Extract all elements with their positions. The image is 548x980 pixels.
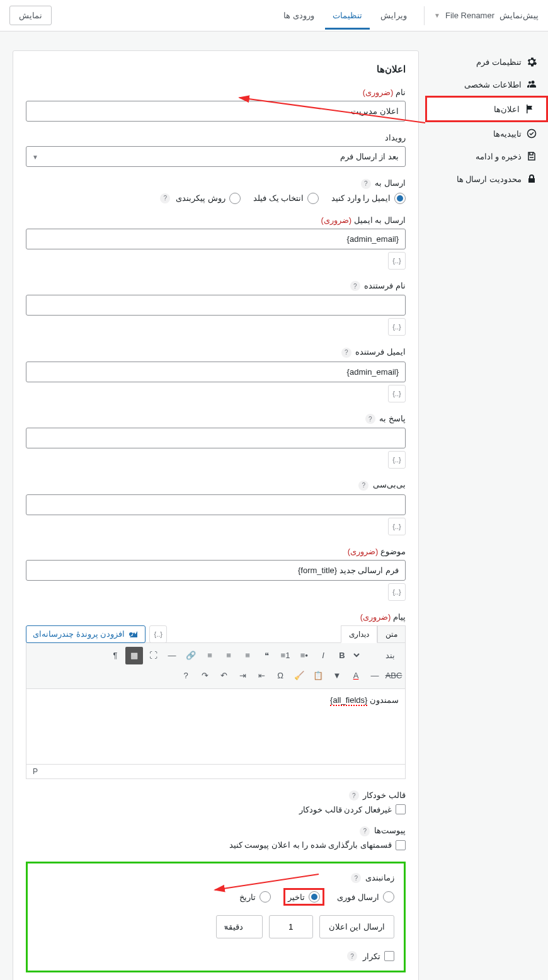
repeat-checkbox-row[interactable]: تکرار ?: [37, 951, 394, 961]
sidebar-item-personal-data[interactable]: اطلاعات شخصی: [425, 73, 548, 96]
auto-format-checkbox-row[interactable]: غیرفعال کردن قالب خودکار: [26, 804, 406, 814]
from-email-input[interactable]: [26, 362, 406, 382]
help-icon[interactable]: ?: [361, 179, 371, 189]
quote-icon[interactable]: ❝: [258, 647, 275, 664]
delay-value-input[interactable]: [269, 915, 313, 938]
bullets-icon[interactable]: ⦁≡: [295, 647, 313, 664]
help-icon[interactable]: ?: [358, 481, 368, 491]
radio-icon[interactable]: [307, 193, 319, 204]
radio-delay[interactable]: تاخیر: [288, 891, 320, 903]
align-right-icon[interactable]: ≡: [239, 647, 256, 664]
event-select[interactable]: ▼: [26, 146, 406, 167]
clear-icon[interactable]: 🧹: [290, 667, 308, 685]
editor-tab-visual[interactable]: دیداری: [341, 625, 377, 643]
help-toolbar-icon[interactable]: ?: [177, 667, 195, 685]
chevron-down-icon: ▼: [434, 12, 440, 19]
merge-tag-button[interactable]: {..}: [388, 385, 406, 402]
paragraph-icon[interactable]: ¶: [106, 647, 124, 664]
help-icon[interactable]: ?: [351, 873, 361, 883]
tab-settings[interactable]: تنظیمات: [325, 1, 370, 30]
bold-icon[interactable]: B: [333, 647, 351, 664]
checkbox[interactable]: [396, 804, 406, 814]
outdent-icon[interactable]: ⇤: [253, 667, 270, 685]
name-input[interactable]: [26, 101, 406, 122]
from-name-input[interactable]: [26, 295, 406, 316]
form-switcher[interactable]: پیش‌نمایش File Renamer ▼: [434, 11, 539, 20]
sidebar-item-notifications[interactable]: اعلان‌ها: [425, 96, 548, 122]
format-select[interactable]: بند: [352, 647, 402, 663]
merge-tag-button[interactable]: {..}: [388, 252, 406, 270]
align-center-icon[interactable]: ≡: [220, 647, 237, 664]
attachments-checkbox-row[interactable]: قسمتهای بارگذاری شده را به اعلان پیوست ک…: [26, 840, 406, 850]
top-bar: پیش‌نمایش File Renamer ▼ ویرایش تنظیمات …: [0, 0, 548, 31]
sidebar-item-submission-limit[interactable]: محدودیت ارسال ها: [425, 168, 548, 190]
add-media-button[interactable]: افزودن پروندهٔ چندرسانه‌ای: [26, 625, 146, 643]
text-color-arrow-icon[interactable]: ▼: [328, 667, 346, 685]
sidebar-label: تنظیمات فرم: [476, 57, 522, 67]
help-icon[interactable]: ?: [349, 790, 359, 801]
radio-icon[interactable]: [229, 193, 241, 204]
name-label: نام (ضروری): [26, 88, 406, 97]
sidebar-item-confirmations[interactable]: تاییدیه‌ها: [425, 122, 548, 145]
toolbar-toggle-icon[interactable]: ▦: [125, 647, 143, 664]
merge-tag-button[interactable]: {..}: [388, 318, 406, 336]
more-icon[interactable]: —: [163, 647, 181, 664]
radio-date[interactable]: تاریخ: [239, 891, 271, 903]
tab-entries[interactable]: ورودی ها: [276, 1, 322, 30]
text-color-icon[interactable]: A: [347, 667, 365, 685]
checkbox[interactable]: [396, 840, 406, 850]
scheduling-section: زمانبندی ? ارسال فوری تاخیر: [26, 862, 406, 973]
merge-tag-button[interactable]: {..}: [149, 625, 167, 643]
hr-icon[interactable]: —: [366, 667, 384, 685]
tab-edit[interactable]: ویرایش: [373, 1, 414, 30]
name-field: نام (ضروری): [26, 88, 406, 122]
undo-icon[interactable]: ↶: [215, 667, 232, 685]
help-icon[interactable]: ?: [347, 951, 357, 961]
align-left-icon[interactable]: ≡: [201, 647, 219, 664]
radio-routing[interactable]: روش پیکربندی ?: [160, 193, 241, 204]
reply-to-input[interactable]: [26, 428, 406, 448]
help-icon[interactable]: ?: [341, 348, 351, 358]
paste-icon[interactable]: 📋: [309, 667, 327, 685]
layout: تنظیمات فرم اطلاعات شخصی اعلان‌ها تاییدی…: [0, 31, 548, 980]
radio-icon[interactable]: [383, 891, 394, 903]
sidebar-item-form-settings[interactable]: تنظیمات فرم: [425, 50, 548, 73]
event-value[interactable]: [26, 146, 406, 167]
radio-field[interactable]: انتخاب یک فیلد: [253, 193, 319, 204]
merge-tag-button[interactable]: {..}: [388, 583, 406, 601]
radio-icon[interactable]: [260, 891, 271, 903]
help-icon[interactable]: ?: [160, 193, 170, 203]
editor-body[interactable]: {all_fields} سمندون: [26, 689, 406, 765]
radio-icon[interactable]: [309, 891, 320, 903]
radio-email[interactable]: ایمیل را وارد کنید: [331, 193, 406, 204]
top-bar-right: پیش‌نمایش File Renamer ▼ ویرایش تنظیمات …: [276, 1, 539, 30]
radio-icon[interactable]: [394, 193, 406, 204]
indent-icon[interactable]: ⇥: [234, 667, 251, 685]
strike-icon[interactable]: ABC: [385, 667, 402, 685]
editor-status-bar: P: [26, 765, 406, 779]
subject-input[interactable]: [26, 560, 406, 581]
merge-tag-button[interactable]: {..}: [388, 451, 406, 469]
display-button[interactable]: نمایش: [9, 6, 52, 25]
help-icon[interactable]: ?: [350, 281, 360, 291]
checkbox[interactable]: [384, 951, 394, 961]
bcc-label: بی‌بی‌سی ?: [26, 480, 406, 491]
special-char-icon[interactable]: Ω: [271, 667, 289, 685]
help-icon[interactable]: ?: [365, 414, 375, 424]
message-field: پیام (ضروری) متن دیداری {..} افزودن پرون…: [26, 612, 406, 779]
link-icon[interactable]: 🔗: [182, 647, 200, 664]
people-icon: [527, 79, 537, 89]
editor-tab-text[interactable]: متن: [377, 625, 406, 643]
fullscreen-icon[interactable]: ⛶: [144, 647, 162, 664]
delay-unit-select[interactable]: دقیقه ▼: [216, 915, 263, 938]
radio-immediate[interactable]: ارسال فوری: [337, 891, 394, 903]
italic-icon[interactable]: I: [314, 647, 332, 664]
help-icon[interactable]: ?: [360, 826, 370, 836]
merge-tag-button[interactable]: {..}: [388, 518, 406, 535]
redo-icon[interactable]: ↷: [196, 667, 214, 685]
send-to-email-input[interactable]: [26, 229, 406, 249]
media-icon: [128, 629, 139, 639]
sidebar-item-save-continue[interactable]: ذخیره و ادامه: [425, 145, 548, 168]
numbers-icon[interactable]: 1≡: [277, 647, 294, 664]
bcc-input[interactable]: [26, 494, 406, 515]
